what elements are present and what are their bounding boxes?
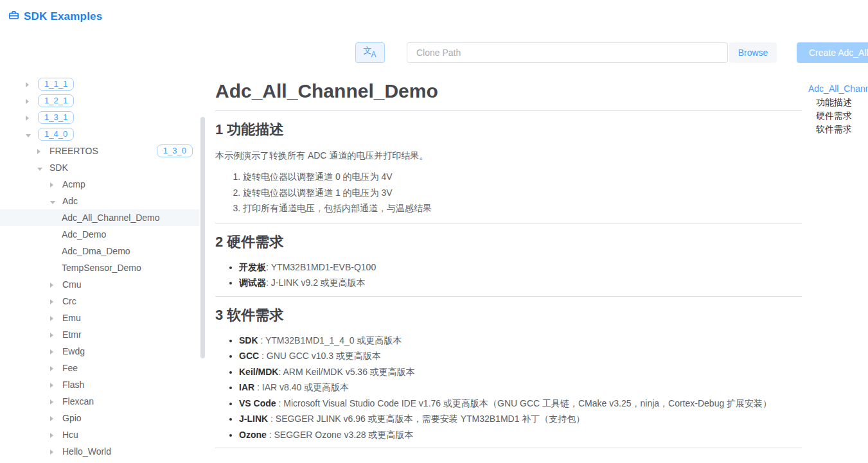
version-badge[interactable]: 1_4_0 [38, 128, 74, 141]
caret-right-icon[interactable] [50, 380, 62, 390]
tree-node-flexcan[interactable]: Flexcan [0, 393, 199, 410]
tree-node-cmu[interactable]: Cmu [0, 276, 199, 293]
toolbox-icon [8, 10, 19, 21]
tree-node-etmr[interactable]: Etmr [0, 326, 199, 343]
caret-right-icon[interactable] [26, 96, 38, 106]
tree-node-version[interactable]: 1_4_0 [0, 126, 199, 143]
section-heading-3: 3 软件需求 [215, 306, 802, 325]
caret-down-icon[interactable] [50, 196, 62, 206]
tree-node-version[interactable]: 1_2_1 [0, 92, 199, 109]
section-heading-2: 2 硬件需求 [215, 232, 802, 252]
page-title: Adc_All_Channel_Demo [215, 78, 802, 104]
caret-right-icon[interactable] [26, 79, 38, 89]
tree-node-adc-all-channel-demo[interactable]: Adc_All_Channel_Demo [0, 209, 199, 226]
caret-right-icon[interactable] [50, 329, 62, 340]
tree-node-emu[interactable]: Emu [0, 310, 199, 326]
caret-right-icon[interactable] [50, 430, 62, 440]
version-badge[interactable]: 1_3_1 [38, 111, 74, 124]
version-tree: 1_1_1 1_2_1 1_3_1 1_4_0 FREERTOS 1_3_0 S… [0, 76, 199, 460]
step-item: 旋转电位器以调整通道 0 的电压为 4V [243, 169, 802, 185]
requirement-item: J-LINK : SEGGER JLINK v6.96 或更高版本，需要安装 Y… [239, 411, 802, 427]
requirement-item: SDK : YTM32B1MD1_1_4_0 或更高版本 [239, 333, 802, 349]
toc-item-software[interactable]: 软件需求 [808, 123, 868, 136]
toc-item-title[interactable]: Adc_All_Channel_Demo [808, 82, 868, 96]
tree-node-gpio[interactable]: Gpio [0, 410, 199, 426]
section1-steps: 旋转电位器以调整通道 0 的电压为 4V 旋转电位器以调整通道 1 的电压为 3… [215, 169, 802, 216]
caret-right-icon[interactable] [50, 363, 62, 373]
toc: Adc_All_Channel_Demo 功能描述 硬件需求 软件需求 [808, 82, 868, 136]
app-header: SDK Examples [8, 10, 102, 23]
caret-right-icon[interactable] [50, 279, 62, 290]
caret-right-icon[interactable] [50, 413, 62, 423]
toc-item-hardware[interactable]: 硬件需求 [808, 109, 868, 123]
requirement-item: Keil/MDK: ARM Keil/MDK v5.36 或更高版本 [239, 364, 802, 380]
caret-right-icon[interactable] [50, 313, 62, 323]
tree-node-ewdg[interactable]: Ewdg [0, 343, 199, 360]
caret-right-icon[interactable] [26, 112, 38, 123]
browse-button[interactable]: Browse [729, 42, 777, 63]
tree-node-hcu[interactable]: Hcu [0, 426, 199, 443]
version-badge[interactable]: 1_1_1 [38, 78, 74, 91]
caret-right-icon[interactable] [37, 146, 49, 156]
create-demo-button[interactable]: Create Adc_All_Channel_Demo [797, 42, 868, 63]
step-item: 旋转电位器以调整通道 1 的电压为 3V [243, 185, 802, 201]
caret-right-icon[interactable] [50, 346, 62, 356]
tree-node-freertos[interactable]: FREERTOS 1_3_0 [0, 143, 199, 159]
caret-right-icon[interactable] [50, 179, 62, 189]
tree-node-version[interactable]: 1_1_1 [0, 76, 199, 92]
hardware-requirements-list: 开发板: YTM32B1MD1-EVB-Q100 调试器: J-LINK v9.… [215, 259, 802, 291]
version-badge[interactable]: 1_2_1 [38, 94, 74, 107]
caret-down-icon[interactable] [37, 162, 49, 173]
step-item: 打印所有通道电压，包括内部通道，与温感结果 [243, 200, 802, 216]
section-heading-1: 1 功能描述 [215, 120, 802, 139]
caret-right-icon[interactable] [50, 446, 62, 457]
divider [215, 296, 802, 297]
tree-node-fee[interactable]: Fee [0, 360, 199, 376]
requirement-item: IAR : IAR v8.40 或更高版本 [239, 380, 802, 396]
requirement-item: Ozone : SEGGER Ozone v3.28 或更高版本 [239, 427, 802, 443]
translate-icon: 文A [363, 47, 376, 58]
section1-intro: 本示例演示了转换所有 ADC 通道的电压并打印结果。 [215, 148, 802, 162]
sidebar-scrollbar-thumb[interactable] [200, 117, 205, 358]
tree-node-tempsensor-demo[interactable]: TempSensor_Demo [0, 259, 199, 276]
tree-node-adc-dma-demo[interactable]: Adc_Dma_Demo [0, 243, 199, 259]
clone-path-input[interactable] [407, 42, 728, 63]
tree-node-crc[interactable]: Crc [0, 293, 199, 310]
divider [215, 448, 802, 448]
divider [215, 110, 802, 111]
tree-node-adc[interactable]: Adc [0, 193, 199, 209]
tree-node-adc-demo[interactable]: Adc_Demo [0, 226, 199, 243]
caret-right-icon[interactable] [50, 296, 62, 306]
software-requirements-list: SDK : YTM32B1MD1_1_4_0 或更高版本 GCC : GNU G… [215, 333, 802, 443]
requirement-item: VS Code : Microsoft Visual Studio Code I… [239, 396, 802, 412]
caret-down-icon[interactable] [26, 129, 38, 139]
toc-item-function[interactable]: 功能描述 [808, 96, 868, 109]
tree-node-flash[interactable]: Flash [0, 376, 199, 393]
requirement-item: 调试器: J-LINK v9.2 或更高版本 [239, 275, 802, 291]
caret-right-icon[interactable] [50, 396, 62, 406]
tree-node-version[interactable]: 1_3_1 [0, 109, 199, 126]
requirement-item: 开发板: YTM32B1MD1-EVB-Q100 [239, 259, 802, 275]
tree-node-acmp[interactable]: Acmp [0, 176, 199, 193]
translate-button[interactable]: 文A [355, 42, 385, 63]
tree-node-sdk[interactable]: SDK [0, 159, 199, 176]
version-badge[interactable]: 1_3_0 [157, 144, 193, 157]
tree-node-hello-world[interactable]: Hello_World [0, 443, 199, 460]
requirement-item: GCC : GNU GCC v10.3 或更高版本 [239, 348, 802, 364]
app-title: SDK Examples [24, 10, 102, 23]
divider [215, 223, 802, 223]
doc-content: Adc_All_Channel_Demo 1 功能描述 本示例演示了转换所有 A… [215, 76, 802, 448]
